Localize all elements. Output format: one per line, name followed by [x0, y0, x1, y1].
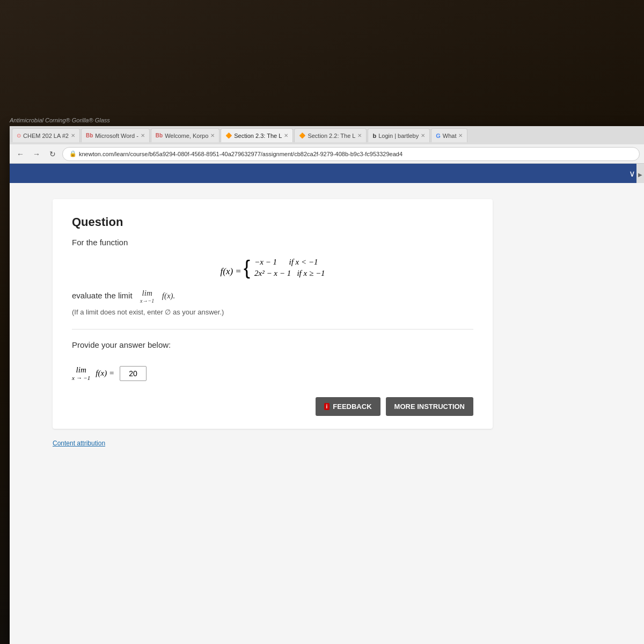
- refresh-button[interactable]: ↻: [46, 148, 59, 160]
- browser-window: ⊙ CHEM 202 LA #2 ✕ Bb Microsoft Word - ✕…: [10, 126, 644, 644]
- tab-label: CHEM 202 LA #2: [23, 133, 69, 139]
- tab-word[interactable]: Bb Microsoft Word - ✕: [81, 128, 150, 142]
- answer-lim-sub: x → −1: [72, 375, 90, 381]
- case1: −x − 1 if x < −1: [254, 258, 325, 267]
- address-input[interactable]: 🔒 knewton.com/learn/course/b65a9294-080f…: [62, 147, 640, 161]
- tab-label: Welcome, Korpo: [165, 133, 208, 139]
- case2-cond: if x ≥ −1: [297, 269, 325, 277]
- tab-label: Section 2.2: The L: [308, 133, 355, 139]
- back-button[interactable]: ←: [14, 148, 27, 160]
- tab-icon: G: [436, 133, 441, 139]
- more-instruction-label: MORE INSTRUCTION: [394, 402, 465, 411]
- more-instruction-button[interactable]: MORE INSTRUCTION: [386, 397, 473, 416]
- feedback-icon: i: [324, 403, 330, 410]
- tab-bar: ⊙ CHEM 202 LA #2 ✕ Bb Microsoft Word - ✕…: [10, 126, 644, 144]
- tab-close-icon[interactable]: ✕: [210, 133, 215, 138]
- answer-func-label: f(x) =: [96, 369, 114, 378]
- answer-limit-notation: lim x → −1: [72, 365, 90, 381]
- button-row: i FEEDBACK MORE INSTRUCTION: [72, 397, 473, 416]
- evaluate-label: evaluate the limit: [72, 291, 133, 300]
- tab-close-icon[interactable]: ✕: [71, 133, 75, 138]
- tab-icon: ⊙: [17, 133, 21, 138]
- question-title: Question: [72, 215, 473, 229]
- function-label: f(x) =: [220, 266, 244, 276]
- feedback-button[interactable]: i FEEDBACK: [316, 397, 380, 416]
- tab-chem[interactable]: ⊙ CHEM 202 LA #2 ✕: [12, 128, 80, 142]
- forward-button[interactable]: →: [30, 148, 43, 160]
- limit-sub: x→−1: [140, 298, 154, 304]
- limit-notation: lim x→−1: [140, 289, 154, 304]
- tab-icon: b: [372, 133, 376, 139]
- tab-icon: Bb: [156, 133, 163, 138]
- tab-label: Microsoft Word -: [95, 133, 138, 139]
- lock-icon: 🔒: [69, 150, 77, 157]
- tab-welcome[interactable]: Bb Welcome, Korpo ✕: [151, 128, 219, 142]
- content-attribution-link[interactable]: Content attribution: [53, 440, 623, 447]
- case1-cond: if x < −1: [289, 258, 318, 266]
- address-bar: ← → ↻ 🔒 knewton.com/learn/course/b65a929…: [10, 144, 644, 164]
- glass-label: Antimicrobial Corning® Gorilla® Glass: [10, 117, 110, 123]
- note-text: (If a limit does not exist, enter ∅ as y…: [72, 308, 473, 316]
- tab-close-icon[interactable]: ✕: [357, 133, 362, 138]
- tab-icon: Bb: [86, 133, 93, 138]
- evaluate-text: evaluate the limit lim x→−1 f(x).: [72, 289, 473, 304]
- url-text: knewton.com/learn/course/b65a9294-080f-4…: [79, 151, 402, 157]
- tab-close-icon[interactable]: ✕: [141, 133, 145, 138]
- limit-func: f(x).: [162, 291, 175, 300]
- tab-label: Login | bartleby: [378, 133, 419, 139]
- answer-input[interactable]: [120, 366, 147, 381]
- tab-label: Section 2.3: The L: [234, 133, 282, 139]
- tab-section22[interactable]: 🔶 Section 2.2: The L ✕: [294, 128, 367, 142]
- tab-close-icon[interactable]: ✕: [458, 133, 463, 138]
- tab-close-icon[interactable]: ✕: [421, 133, 425, 138]
- case2: 2x² − x − 1 if x ≥ −1: [254, 269, 325, 278]
- tab-label: What: [443, 133, 457, 139]
- site-nav: ∨: [10, 164, 644, 183]
- case1-expr: −x − 1: [254, 258, 277, 266]
- divider: [72, 329, 473, 330]
- piecewise-brace: {: [244, 258, 250, 277]
- provide-text: Provide your answer below:: [72, 340, 473, 349]
- piecewise-function: { −x − 1 if x < −1 2x² − x − 1 if x ≥ −1: [244, 258, 325, 278]
- answer-row: lim x → −1 f(x) =: [72, 365, 473, 381]
- tab-section23[interactable]: 🔶 Section 2.3: The L ✕: [221, 128, 293, 142]
- piecewise-cases: −x − 1 if x < −1 2x² − x − 1 if x ≥ −1: [254, 258, 325, 278]
- answer-lim-text: lim: [76, 365, 86, 375]
- tab-google[interactable]: G What ✕: [431, 128, 467, 142]
- question-card: Question For the function f(x) = { −x − …: [53, 199, 493, 429]
- limit-lim: lim: [142, 289, 152, 298]
- chevron-down-icon[interactable]: ∨: [629, 169, 635, 179]
- scroll-right-arrow[interactable]: ▶: [636, 164, 644, 185]
- case2-expr: 2x² − x − 1: [254, 269, 291, 277]
- tab-bartleby[interactable]: b Login | bartleby ✕: [368, 128, 430, 142]
- function-display: f(x) = { −x − 1 if x < −1 2x² − x − 1: [72, 258, 473, 278]
- tab-close-icon[interactable]: ✕: [284, 133, 288, 138]
- page-content: Question For the function f(x) = { −x − …: [10, 183, 644, 644]
- feedback-label: FEEDBACK: [333, 402, 371, 411]
- for-the-function-text: For the function: [72, 238, 473, 247]
- tab-icon: 🔶: [225, 133, 232, 138]
- tab-icon: 🔶: [299, 133, 305, 138]
